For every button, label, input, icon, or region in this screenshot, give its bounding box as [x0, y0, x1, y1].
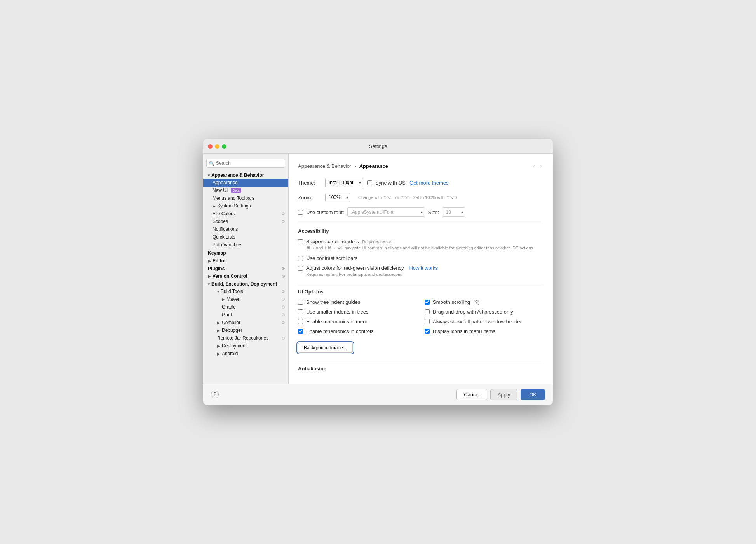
font-dropdown[interactable]: .AppleSystemUIFont — [347, 207, 425, 217]
close-button[interactable] — [208, 144, 213, 149]
search-input[interactable] — [206, 159, 285, 168]
contrast-scrollbars-text: Use contrast scrollbars — [306, 255, 543, 261]
sidebar-item-label: Quick Lists — [213, 234, 235, 240]
custom-font-checkbox[interactable] — [298, 210, 303, 215]
gear-icon: ⚙ — [281, 336, 285, 341]
zoom-dropdown[interactable]: 100% — [325, 193, 350, 202]
color-deficiency-row: Adjust colors for red-green vision defic… — [298, 265, 543, 277]
sidebar-item-deployment[interactable]: ▶ Deployment — [203, 342, 288, 350]
sidebar-item-android[interactable]: ▶ Android — [203, 350, 288, 357]
sidebar-item-maven[interactable]: ▶ Maven ⚙ — [203, 295, 288, 303]
how-it-works-link[interactable]: How it works — [409, 265, 438, 271]
search-box[interactable]: 🔍 — [206, 159, 285, 168]
smooth-scrolling-row[interactable]: Smooth scrolling (?) — [425, 299, 543, 305]
sidebar-item-gradle[interactable]: Gradle ⚙ — [203, 303, 288, 311]
sidebar-item-build-exec-deploy[interactable]: ▾ Build, Execution, Deployment — [203, 280, 288, 288]
enable-mnemonics-controls-checkbox[interactable] — [298, 329, 303, 334]
breadcrumb-parent: Appearance & Behavior — [298, 163, 351, 169]
sidebar-item-remote-jar[interactable]: Remote Jar Repositories ⚙ — [203, 334, 288, 342]
expand-arrow-icon: ▶ — [222, 297, 225, 302]
footer: ? Cancel Apply OK — [203, 384, 553, 405]
sidebar-item-menus-toolbars[interactable]: Menus and Toolbars — [203, 194, 288, 202]
forward-button[interactable]: › — [538, 162, 543, 170]
display-icons-row[interactable]: Display icons in menu items — [425, 328, 543, 334]
sidebar-item-notifications[interactable]: Notifications — [203, 225, 288, 233]
help-button[interactable]: ? — [211, 391, 219, 398]
display-icons-checkbox[interactable] — [425, 329, 430, 334]
content-area: Appearance & Behavior › Appearance ‹ › T… — [289, 154, 553, 384]
display-icons-label: Display icons in menu items — [433, 328, 495, 334]
maximize-button[interactable] — [222, 144, 226, 149]
sidebar-item-editor[interactable]: ▶ Editor — [203, 256, 288, 264]
breadcrumb-current: Appearance — [359, 163, 388, 169]
sidebar-item-gant[interactable]: Gant ⚙ — [203, 311, 288, 319]
footer-left: ? — [211, 391, 219, 398]
sidebar-item-build-tools[interactable]: ▾ Build Tools ⚙ — [203, 288, 288, 295]
sidebar-item-path-variables[interactable]: Path Variables — [203, 241, 288, 249]
gear-icon: ⚙ — [281, 219, 285, 224]
antialiasing-divider — [298, 361, 543, 361]
show-tree-indent-row[interactable]: Show tree indent guides — [298, 299, 417, 305]
sidebar-item-label: File Colors — [213, 211, 235, 216]
sync-with-os-checkbox[interactable] — [367, 180, 372, 185]
sidebar-item-file-colors[interactable]: File Colors ⚙ — [203, 210, 288, 218]
ok-button[interactable]: OK — [521, 389, 545, 400]
sidebar-item-scopes[interactable]: Scopes ⚙ — [203, 218, 288, 225]
show-tree-indent-label: Show tree indent guides — [306, 299, 360, 305]
contrast-scrollbars-checkbox[interactable] — [298, 256, 303, 261]
sidebar-item-label: Gant — [222, 312, 232, 317]
sidebar-item-debugger[interactable]: ▶ Debugger — [203, 326, 288, 334]
sidebar-item-appearance[interactable]: Appearance — [203, 179, 288, 187]
expand-arrow-icon: ▶ — [208, 274, 211, 279]
smaller-indents-checkbox[interactable] — [298, 309, 303, 314]
sidebar-item-keymap[interactable]: Keymap — [203, 249, 288, 256]
sync-with-os-row[interactable]: Sync with OS — [367, 180, 406, 186]
gear-icon: ⚙ — [281, 211, 285, 216]
gear-icon: ⚙ — [281, 266, 285, 271]
sidebar-item-quick-lists[interactable]: Quick Lists — [203, 233, 288, 241]
size-dropdown[interactable]: 13 — [442, 207, 465, 217]
sidebar-item-label: Android — [222, 351, 238, 356]
sidebar-item-system-settings[interactable]: ▶ System Settings — [203, 202, 288, 210]
theme-dropdown-wrap: IntelliJ Light ▾ — [325, 178, 363, 187]
cancel-button[interactable]: Cancel — [456, 389, 487, 400]
expand-arrow-icon: ▶ — [213, 204, 216, 208]
color-deficiency-main: Adjust colors for red-green vision defic… — [306, 265, 543, 271]
breadcrumb: Appearance & Behavior › Appearance ‹ › — [298, 162, 543, 170]
sidebar-item-label: Scopes — [213, 219, 228, 224]
smooth-scrolling-checkbox[interactable] — [425, 300, 430, 305]
sidebar-item-plugins[interactable]: Plugins ⚙ — [203, 264, 288, 272]
sidebar-item-new-ui[interactable]: New UI Beta — [203, 187, 288, 194]
sidebar-item-label: System Settings — [217, 203, 251, 209]
expand-arrow-icon: ▶ — [217, 328, 220, 333]
collapse-arrow-icon: ▾ — [208, 173, 210, 178]
theme-dropdown[interactable]: IntelliJ Light — [325, 178, 363, 187]
custom-font-label-row[interactable]: Use custom font: — [298, 209, 344, 215]
search-icon: 🔍 — [209, 161, 214, 166]
expand-arrow-icon: ▶ — [217, 352, 220, 356]
always-full-path-row[interactable]: Always show full path in window header — [425, 319, 543, 324]
color-deficiency-checkbox[interactable] — [298, 266, 303, 271]
screen-readers-checkbox[interactable] — [298, 239, 303, 244]
sidebar: 🔍 ▾ Appearance & Behavior Appearance New… — [203, 154, 289, 384]
enable-mnemonics-controls-row[interactable]: Enable mnemonics in controls — [298, 328, 417, 334]
smaller-indents-row[interactable]: Use smaller indents in trees — [298, 309, 417, 315]
contrast-scrollbars-main: Use contrast scrollbars — [306, 255, 543, 261]
size-dropdown-wrap: 13 ▾ — [442, 207, 465, 217]
enable-mnemonics-menu-checkbox[interactable] — [298, 319, 303, 324]
apply-button[interactable]: Apply — [490, 389, 518, 400]
drag-drop-checkbox[interactable] — [425, 309, 430, 314]
background-image-button[interactable]: Background Image... — [298, 343, 353, 353]
always-full-path-checkbox[interactable] — [425, 319, 430, 324]
sidebar-item-compiler[interactable]: ▶ Compiler ⚙ — [203, 319, 288, 326]
sidebar-item-appearance-behavior[interactable]: ▾ Appearance & Behavior — [203, 171, 288, 179]
drag-drop-row[interactable]: Drag-and-drop with Alt pressed only — [425, 309, 543, 315]
minimize-button[interactable] — [215, 144, 219, 149]
show-tree-indent-checkbox[interactable] — [298, 300, 303, 305]
sidebar-item-label: Path Variables — [213, 242, 242, 248]
back-button[interactable]: ‹ — [531, 162, 537, 170]
sidebar-item-version-control[interactable]: ▶ Version Control ⚙ — [203, 272, 288, 280]
get-more-themes-link[interactable]: Get more themes — [409, 180, 448, 186]
collapse-arrow-icon: ▾ — [217, 289, 219, 294]
enable-mnemonics-menu-row[interactable]: Enable mnemonics in menu — [298, 319, 417, 324]
